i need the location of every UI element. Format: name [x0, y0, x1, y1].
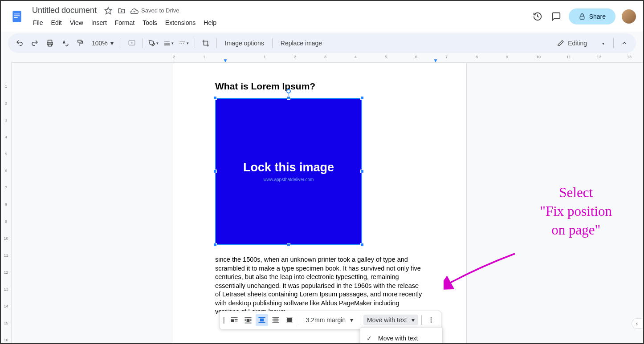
resize-handle[interactable] — [213, 243, 217, 247]
chevron-down-icon: ▾ — [350, 316, 353, 324]
svg-rect-27 — [258, 317, 265, 318]
svg-rect-2 — [14, 15, 20, 16]
print-button[interactable] — [44, 37, 56, 49]
resize-handle[interactable] — [213, 96, 217, 100]
border-dash-button[interactable]: ▾ — [178, 37, 190, 49]
wrap-front-button[interactable] — [283, 314, 296, 326]
paint-format-button[interactable] — [74, 37, 86, 49]
svg-rect-9 — [78, 40, 82, 42]
svg-rect-17 — [231, 319, 234, 322]
selected-image[interactable]: Lock this image www.appsthatdeliver.com — [215, 98, 362, 245]
wrap-break-button[interactable] — [256, 314, 268, 326]
menu-tools[interactable]: Tools — [139, 17, 161, 28]
menu-insert[interactable]: Insert — [88, 17, 110, 28]
rotate-handle[interactable] — [286, 89, 291, 93]
resize-handle[interactable] — [213, 170, 217, 173]
zoom-select[interactable]: 100%▾ — [89, 40, 116, 47]
image-position-toolbar: | 3.2mm margin▾ Move with text▾ — [219, 311, 441, 329]
lock-icon — [579, 13, 586, 20]
svg-rect-20 — [245, 317, 251, 318]
indent-marker-icon[interactable]: ▼ — [433, 57, 438, 63]
vertical-ruler[interactable]: 12345678910111213141516 — [1, 63, 12, 344]
add-comment-button[interactable] — [126, 37, 138, 49]
menu-bar: File Edit View Insert Format Tools Exten… — [29, 17, 528, 28]
user-avatar[interactable] — [622, 9, 636, 24]
annotation-text: Select "Fix position on page" — [540, 183, 612, 239]
document-body-text[interactable]: since the 1500s, when an unknown printer… — [215, 255, 424, 316]
position-select[interactable]: Move with text▾ — [363, 315, 418, 325]
horizontal-ruler[interactable]: 21123456789101112131415 ▼ ▼ — [12, 55, 643, 63]
menu-file[interactable]: File — [29, 17, 47, 28]
svg-rect-3 — [14, 17, 18, 18]
document-title[interactable]: Untitled document — [29, 4, 99, 16]
comment-icon[interactable] — [550, 10, 562, 23]
cloud-icon — [130, 7, 139, 15]
share-button[interactable]: Share — [569, 8, 615, 24]
svg-rect-5 — [580, 16, 584, 19]
saved-status: Saved to Drive — [130, 7, 179, 15]
wrap-text-button[interactable] — [242, 314, 254, 326]
image-options-button[interactable]: Image options — [221, 38, 268, 49]
collapse-toolbar-button[interactable] — [618, 37, 631, 49]
toolbar: 100%▾ ▾ ▾ ▾ Image options Replace image … — [8, 33, 636, 53]
crop-button[interactable] — [200, 37, 212, 49]
resize-handle[interactable] — [287, 96, 290, 100]
title-area: Untitled document Saved to Drive File Ed… — [29, 4, 528, 28]
move-folder-icon[interactable] — [117, 6, 126, 15]
svg-rect-37 — [287, 318, 292, 322]
svg-rect-18 — [234, 319, 237, 320]
document-heading[interactable]: What is Lorem Ipsum? — [215, 81, 424, 92]
svg-rect-28 — [260, 319, 263, 322]
dropdown-item-move-with-text[interactable]: Move with text — [360, 331, 442, 344]
star-icon[interactable] — [104, 6, 113, 15]
menu-help[interactable]: Help — [200, 17, 220, 28]
indent-marker-icon[interactable]: ▼ — [223, 57, 228, 63]
chevron-down-icon: ▾ — [110, 40, 114, 47]
menu-format[interactable]: Format — [111, 17, 138, 28]
wrap-inline-button[interactable] — [228, 314, 240, 326]
wrap-behind-button[interactable] — [269, 314, 282, 326]
svg-rect-23 — [250, 319, 252, 320]
resize-handle[interactable] — [287, 243, 290, 247]
svg-rect-26 — [245, 323, 251, 324]
margin-select[interactable]: 3.2mm margin▾ — [302, 315, 357, 325]
redo-button[interactable] — [29, 37, 41, 49]
svg-point-39 — [430, 320, 432, 321]
resize-handle[interactable] — [360, 96, 364, 100]
svg-point-38 — [430, 317, 432, 319]
border-weight-button[interactable]: ▾ — [163, 37, 175, 49]
pencil-icon — [557, 40, 564, 47]
menu-view[interactable]: View — [66, 17, 87, 28]
docs-logo[interactable] — [8, 8, 26, 25]
undo-button[interactable] — [13, 37, 26, 49]
position-dropdown-menu: Move with text Fix position on page Posi… — [360, 327, 443, 344]
spellcheck-button[interactable] — [59, 37, 71, 49]
chevron-down-icon: ▾ — [412, 316, 415, 324]
svg-rect-32 — [272, 320, 279, 320]
history-icon[interactable] — [531, 10, 544, 23]
document-page: What is Lorem Ipsum? Lock this image www… — [173, 63, 467, 344]
svg-rect-25 — [250, 320, 252, 321]
svg-rect-1 — [14, 13, 20, 14]
svg-point-40 — [430, 321, 432, 323]
replace-image-button[interactable]: Replace image — [277, 38, 326, 49]
editing-mode-button[interactable]: Editing ▾ — [553, 37, 609, 49]
image-subtext: www.appsthatdeliver.com — [264, 177, 314, 182]
border-color-button[interactable]: ▾ — [147, 37, 160, 49]
resize-handle[interactable] — [360, 243, 364, 247]
image-text: Lock this image — [243, 161, 334, 174]
svg-rect-29 — [258, 322, 265, 323]
svg-rect-24 — [245, 320, 246, 321]
menu-extensions[interactable]: Extensions — [162, 17, 199, 28]
more-options-button[interactable] — [425, 314, 437, 326]
svg-rect-0 — [12, 11, 21, 22]
svg-rect-22 — [245, 319, 246, 320]
side-panel-toggle[interactable]: ‹ — [632, 318, 642, 329]
svg-rect-19 — [234, 321, 237, 322]
svg-rect-33 — [272, 322, 279, 323]
svg-rect-16 — [231, 317, 237, 318]
resize-handle[interactable] — [360, 170, 364, 173]
menu-edit[interactable]: Edit — [48, 17, 65, 28]
chevron-down-icon: ▾ — [602, 41, 604, 46]
svg-rect-31 — [272, 317, 279, 318]
